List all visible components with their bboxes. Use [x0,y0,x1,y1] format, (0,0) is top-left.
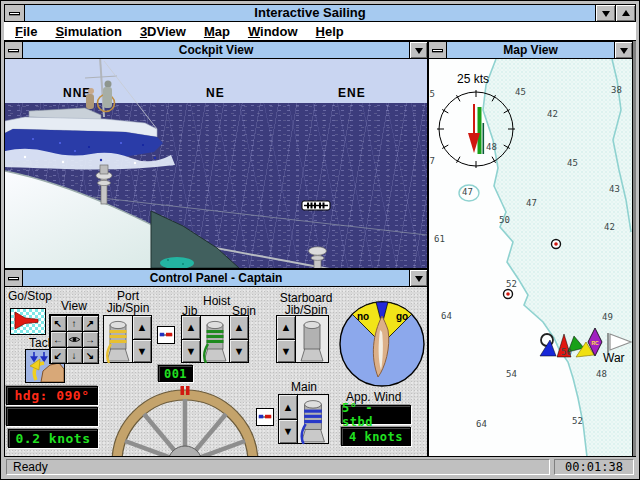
status-bar: Ready 00:01:38 [4,456,636,476]
main-trim-out-button[interactable]: ▼ [279,420,297,444]
view-down-button[interactable]: ↓ [66,347,83,364]
jib-hoist-down-button[interactable]: ▼ [182,340,200,363]
view-center-button[interactable] [66,331,83,348]
halyard-winch-icon [201,317,229,363]
view-down-left-button[interactable]: ↙ [50,347,67,364]
map-minimize-button[interactable] [614,42,632,58]
spin-hoist-arrows: ▲ ▼ [229,316,248,362]
elapsed-time: 00:01:38 [554,459,634,475]
main-label: Main [291,380,317,394]
no-go-wind-dial: no go [338,300,426,388]
nautical-chart[interactable]: RC [429,59,632,456]
port-winch-handle-button[interactable] [157,326,175,344]
main-titlebar: Interactive Sailing [4,4,636,22]
workspace: Cockpit View NNENEENE [4,41,636,456]
depth-sounding: 55 [429,89,435,99]
cockpit-view-window: Cockpit View NNENEENE [4,41,428,269]
depth-sounding: 50 [499,215,510,225]
view-up-button[interactable]: ↑ [66,315,83,332]
depth-sounding: 42 [604,222,615,232]
other-sailboat [5,59,163,161]
depth-sounding: 50 [561,347,572,357]
depth-sounding: 38 [611,85,622,95]
cockpit-minimize-button[interactable] [409,42,427,58]
horn-icon [11,309,45,334]
cockpit-titlebar: Cockpit View [5,42,427,59]
starboard-trim-out-button[interactable]: ▼ [277,340,295,363]
menu-item-simulation[interactable]: Simulation [46,24,130,39]
menu-item-window[interactable]: Window [239,24,307,39]
window-title: Interactive Sailing [25,5,595,21]
main-winch-icon [298,396,328,444]
view-up-right-button[interactable]: ↗ [82,315,99,332]
depth-sounding: 52 [506,279,517,289]
aux-display [6,407,98,426]
view-up-left-button[interactable]: ↖ [50,315,67,332]
starboard-trim-in-button[interactable]: ▲ [277,316,295,340]
port-trim-in-button[interactable]: ▲ [133,316,151,340]
minimize-icon [415,48,423,58]
minimize-button[interactable] [595,5,615,21]
minimize-icon [620,48,628,58]
hoist-label: Hoist [203,294,230,308]
go-stop-button[interactable] [10,308,46,335]
map-system-menu-button[interactable] [429,42,447,58]
main-sheet-group: ▲ ▼ [278,394,329,444]
cockpit-title: Cockpit View [23,42,409,58]
cockpit-3d-scene[interactable]: NNENEENE [5,59,427,268]
depth-sounding: 61 [434,234,445,244]
spin-hoist-down-button[interactable]: ▼ [230,340,248,363]
cockpit-system-menu-button[interactable] [5,42,23,58]
ships-wheel[interactable] [106,377,264,456]
main-winch-handle-button[interactable] [256,408,274,426]
depth-sounding: 47 [526,198,537,208]
minimize-icon [602,11,610,21]
menu-item-3dview[interactable]: 3DView [131,24,195,39]
menu-item-help[interactable]: Help [307,24,353,39]
view-right-button[interactable]: → [82,331,99,348]
system-menu-dash-icon [8,49,19,52]
wind-angle-display: 5° - stbd [341,405,411,424]
minimize-icon [415,276,423,286]
main-trim-in-button[interactable]: ▲ [279,395,297,420]
status-message: Ready [6,459,550,475]
control-titlebar: Control Panel - Captain [5,270,427,287]
port-trim-out-button[interactable]: ▼ [133,340,151,363]
depth-sounding: 49 [602,312,613,322]
depth-sounding: 42 [547,109,558,119]
no-zone-label: no [357,311,369,322]
depth-sounding: 47 [462,187,473,197]
depth-sounding: 54 [506,369,517,379]
maximize-button[interactable] [615,5,635,21]
depth-sounding: 48 [596,369,607,379]
wind-speed-display: 4 knots [341,427,411,446]
view-left-button[interactable]: ← [50,331,67,348]
control-minimize-button[interactable] [409,270,427,286]
depth-sounding: 64 [476,419,487,429]
view-direction-grid: ↖ ↑ ↗ ← → ↙ ↓ ↘ [49,314,99,364]
depth-sounding: 52 [572,416,583,426]
eye-icon [68,335,81,344]
stanchion [96,165,112,204]
boat-speed-display: 0.2 knots [8,429,98,448]
starboard-trim-arrows: ▲ ▼ [277,316,296,362]
jib-hoist-up-button[interactable]: ▲ [182,316,200,340]
heading-display: hdg: 090° [6,386,98,405]
spin-hoist-up-button[interactable]: ▲ [230,316,248,340]
starboard-winch-icon [296,317,328,363]
menu-item-map[interactable]: Map [195,24,239,39]
depth-sounding: 64 [441,311,452,321]
winch-handle-icon [158,327,174,343]
depth-sounding: 67 [429,156,435,166]
main-window: Interactive Sailing FileSimulation3DView… [0,0,640,480]
view-down-right-button[interactable]: ↘ [82,347,99,364]
port-winch-icon [104,317,132,363]
menu-item-file[interactable]: File [6,24,46,39]
depth-layer: 5545384248456747434750426152644950544864… [429,59,632,456]
system-menu-button[interactable] [5,5,25,21]
go-stop-label: Go/Stop [8,289,52,303]
jib-hoist-arrows: ▲ ▼ [182,316,201,362]
maximize-icon [622,6,630,16]
main-trim-arrows: ▲ ▼ [279,395,298,443]
control-system-menu-button[interactable] [5,270,23,286]
